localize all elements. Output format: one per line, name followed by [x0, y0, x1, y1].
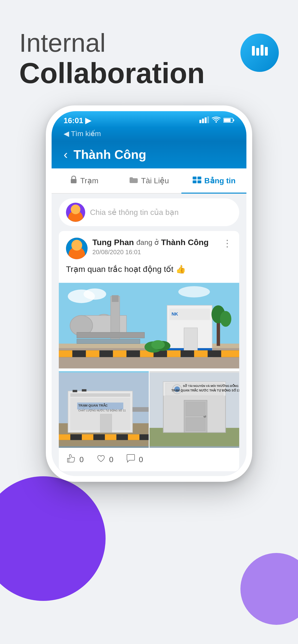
- post-image-small-1: TRẠM QUAN TRẮC CHẤT LƯỢNG NƯỚC TỰ ĐỘNG S…: [59, 371, 149, 448]
- svg-rect-16: [198, 180, 201, 183]
- header-area: Internal Collaboration: [19, 29, 205, 89]
- svg-rect-4: [199, 120, 201, 123]
- svg-rect-6: [205, 118, 207, 123]
- post-image-small-2: SỞ TÀI NGUYÊN VÀ MÔI TRƯỜNG ĐỒNG NAI TRẠ…: [150, 371, 239, 448]
- post-card: Tung Phan đang ở Thành Công 20/08/2020 1…: [59, 231, 239, 471]
- logo-icon: [250, 41, 269, 64]
- svg-rect-39: [167, 350, 181, 357]
- post-input-placeholder[interactable]: Chia sẻ thông tin của bạn: [90, 208, 232, 217]
- title-bar: ‹ Thành Công: [52, 142, 246, 168]
- svg-rect-79: [67, 458, 69, 462]
- svg-rect-63: [105, 434, 116, 440]
- svg-point-20: [178, 286, 210, 298]
- svg-text:TRẠM QUAN TRẮC: TRẠM QUAN TRẮC: [78, 403, 108, 407]
- svg-text:TRẠM QUAN TRẮC NƯỚC THẢI TỰ ĐỘ: TRẠM QUAN TRẮC NƯỚC THẢI TỰ ĐỘNG SỐ 11: [171, 388, 239, 392]
- post-action-text: đang ở: [136, 238, 159, 246]
- thumbsup-icon: [66, 454, 77, 466]
- phone-mockup: 16:01 ▶: [46, 106, 252, 482]
- screen-title: Thành Công: [73, 147, 146, 162]
- heart-button[interactable]: 0: [96, 454, 113, 466]
- svg-point-44: [151, 340, 165, 349]
- status-time: 16:01 ▶: [64, 116, 91, 125]
- svg-rect-62: [82, 434, 93, 440]
- tab-bangtin-label: Bảng tin: [204, 176, 236, 185]
- header-line2: Collaboration: [19, 57, 205, 89]
- reaction-row: 0 0: [59, 448, 239, 471]
- svg-rect-3: [265, 47, 268, 56]
- tab-tailieu[interactable]: Tài Liệu: [117, 168, 182, 194]
- bg-decoration-purple: [0, 476, 106, 601]
- svg-rect-54: [100, 414, 112, 432]
- tab-bangtin[interactable]: Bảng tin: [181, 168, 246, 194]
- svg-point-47: [220, 311, 231, 327]
- heart-icon: [96, 454, 106, 466]
- svg-text:CHẤT LƯỢNG NƯỚC TỰ ĐỘNG SỐ 11: CHẤT LƯỢNG NƯỚC TỰ ĐỘNG SỐ 11: [78, 409, 126, 412]
- time-display: 16:01: [64, 116, 83, 125]
- svg-rect-33: [77, 339, 140, 344]
- post-text: Trạm quan trắc hoạt động tốt 👍: [59, 263, 239, 280]
- svg-rect-40: [194, 350, 208, 357]
- post-meta: Tung Phan đang ở Thành Công 20/08/2020 1…: [92, 238, 218, 256]
- svg-rect-65: [132, 407, 148, 412]
- post-datetime: 20/08/2020 16:01: [92, 248, 218, 256]
- post-author-avatar: [66, 238, 88, 259]
- wifi-icon: [212, 116, 221, 125]
- tab-tailieu-label: Tài Liệu: [141, 176, 169, 185]
- post-author-row: Tung Phan đang ở Thành Công: [92, 238, 218, 247]
- user-avatar: [66, 203, 85, 222]
- svg-rect-77: [186, 402, 205, 416]
- content-area: Chia sẻ thông tin của bạn Tung Phan đang…: [52, 194, 246, 476]
- post-location: Thành Công: [161, 238, 209, 247]
- svg-rect-15: [193, 180, 197, 183]
- svg-rect-52: [70, 394, 130, 397]
- post-image-main: NK: [59, 280, 239, 371]
- status-icons: [199, 116, 234, 125]
- comment-count: 0: [139, 455, 143, 464]
- header-line1: Internal: [19, 29, 205, 57]
- location-arrow-icon: ▶: [85, 116, 91, 125]
- battery-icon: [223, 116, 234, 125]
- svg-point-19: [83, 288, 106, 300]
- status-bar: 16:01 ▶: [52, 111, 246, 128]
- svg-rect-13: [193, 176, 197, 180]
- grid-icon: [192, 176, 202, 186]
- bg-decoration-purple-small: [240, 553, 298, 625]
- svg-rect-41: [221, 350, 239, 357]
- svg-text:SỞ TÀI NGUYÊN VÀ MÔI TRƯỜNG ĐỒ: SỞ TÀI NGUYÊN VÀ MÔI TRƯỜNG ĐỒNG NAI: [183, 384, 239, 388]
- post-menu-button[interactable]: ⋮: [222, 238, 232, 249]
- back-button[interactable]: ‹: [64, 147, 68, 162]
- svg-rect-10: [224, 118, 231, 122]
- svg-rect-64: [128, 434, 139, 440]
- svg-rect-12: [71, 179, 77, 183]
- tab-tram-label: Trạm: [80, 176, 99, 185]
- post-input-row[interactable]: Chia sẻ thông tin của bạn: [59, 198, 239, 226]
- svg-rect-36: [86, 350, 99, 357]
- svg-rect-32: [77, 332, 144, 338]
- comment-button[interactable]: 0: [125, 454, 143, 466]
- folder-icon: [129, 176, 138, 186]
- svg-rect-7: [207, 116, 209, 123]
- svg-point-8: [215, 121, 217, 123]
- back-label[interactable]: ◀ Tìm kiếm: [64, 130, 101, 138]
- logo-button[interactable]: [240, 34, 279, 72]
- signal-icon: [199, 116, 209, 125]
- svg-rect-25: [184, 328, 198, 350]
- svg-rect-11: [233, 119, 234, 121]
- svg-rect-55: [73, 390, 77, 392]
- svg-rect-78: [186, 418, 205, 431]
- tabs-row: Trạm Tài Liệu: [52, 168, 246, 194]
- post-header: Tung Phan đang ở Thành Công 20/08/2020 1…: [59, 231, 239, 263]
- svg-text:NK: NK: [172, 312, 178, 316]
- avatar-image: [66, 203, 85, 222]
- nav-back-row[interactable]: ◀ Tìm kiếm: [52, 128, 246, 142]
- like-button[interactable]: 0: [66, 454, 84, 466]
- svg-rect-14: [198, 176, 201, 180]
- svg-rect-35: [59, 350, 72, 357]
- svg-rect-2: [261, 45, 263, 56]
- tab-tram[interactable]: Trạm: [52, 168, 117, 194]
- post-author-name: Tung Phan: [92, 238, 134, 247]
- comment-icon: [125, 454, 136, 466]
- post-image-grid: TRẠM QUAN TRẮC CHẤT LƯỢNG NƯỚC TỰ ĐỘNG S…: [59, 371, 239, 448]
- svg-rect-0: [252, 46, 255, 56]
- svg-rect-61: [59, 434, 70, 440]
